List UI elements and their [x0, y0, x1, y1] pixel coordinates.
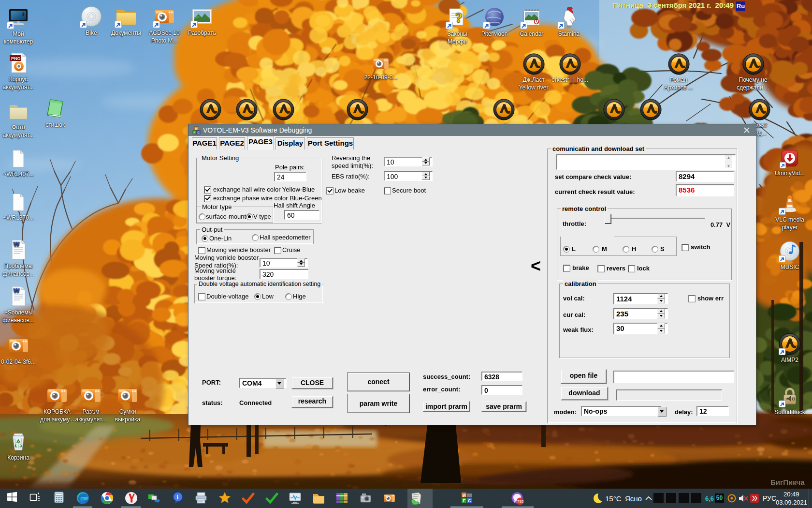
svg-text:C: C	[198, 131, 200, 134]
svg-text:792: 792	[517, 499, 524, 504]
svg-text:F: F	[463, 498, 466, 503]
svg-text:F: F	[194, 131, 196, 134]
svg-text:i: i	[177, 493, 179, 501]
svg-text:C: C	[468, 498, 471, 503]
svg-text:N: N	[195, 127, 197, 130]
svg-text:И: И	[463, 493, 465, 498]
svg-text:БигПикча: БигПикча	[770, 478, 805, 486]
